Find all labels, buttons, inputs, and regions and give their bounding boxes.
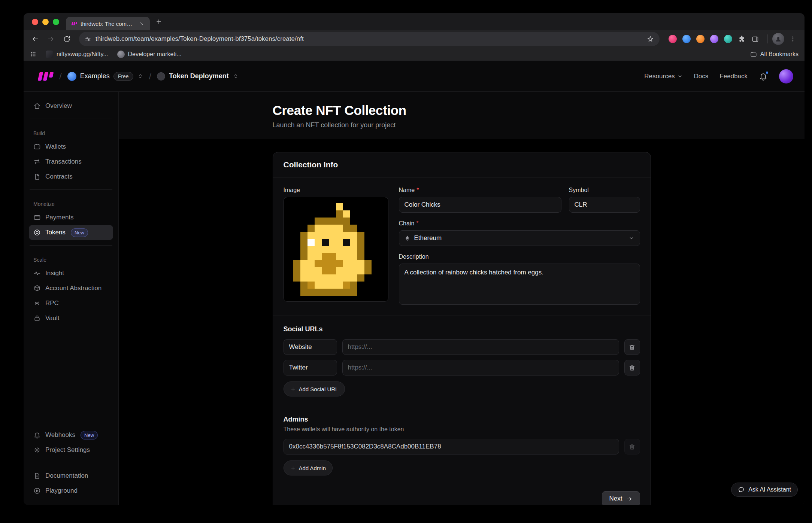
address-bar[interactable]: thirdweb.com/team/examples/Token-Deploym…	[79, 32, 660, 46]
social-url-input[interactable]	[342, 339, 619, 355]
sidebar-item-label: Account Abstraction	[45, 285, 102, 292]
account-avatar[interactable]	[779, 69, 793, 83]
name-input[interactable]	[399, 197, 561, 213]
tab-title: thirdweb: The complete web3...	[81, 21, 134, 27]
ask-ai-assistant-label: Ask AI Assistant	[748, 486, 791, 493]
social-urls-section: Social URLs	[273, 316, 651, 406]
credit-card-icon	[33, 214, 41, 221]
resources-menu[interactable]: Resources	[644, 73, 682, 80]
notification-dot	[765, 71, 769, 75]
bookmark-label: niftyswap.gg/Nifty...	[57, 51, 108, 58]
plan-badge: Free	[113, 72, 133, 81]
browser-profile-avatar[interactable]	[772, 33, 784, 45]
image-label: Image	[284, 187, 300, 194]
sidebar-item-wallets[interactable]: Wallets	[29, 139, 113, 154]
extension-icon[interactable]	[682, 35, 691, 43]
thirdweb-logo[interactable]	[35, 71, 54, 82]
sidebar-item-insight[interactable]: Insight	[29, 266, 113, 281]
extension-icon[interactable]	[724, 35, 732, 43]
social-platform-input[interactable]	[284, 339, 337, 355]
extension-icon[interactable]	[696, 35, 705, 43]
extension-icon[interactable]	[669, 35, 677, 43]
trash-icon	[628, 364, 636, 371]
next-button[interactable]: Next	[602, 491, 640, 505]
ethereum-icon	[405, 235, 410, 241]
sidebar-item-account-abstraction[interactable]: Account Abstraction	[29, 281, 113, 296]
docs-link[interactable]: Docs	[694, 73, 709, 80]
symbol-input[interactable]	[569, 197, 640, 213]
delete-social-url-button[interactable]	[624, 360, 640, 375]
new-tab-button[interactable]	[152, 15, 166, 28]
side-panel-icon[interactable]	[751, 35, 759, 43]
minimize-window-button[interactable]	[42, 19, 49, 25]
add-admin-button[interactable]: Add Admin	[284, 460, 333, 475]
project-switcher[interactable]: Token Deployment	[157, 72, 239, 80]
forward-button[interactable]	[44, 32, 58, 46]
sidebar-item-tokens[interactable]: Tokens New	[29, 225, 113, 240]
traffic-lights	[32, 19, 59, 25]
admin-address-input[interactable]	[284, 439, 619, 454]
card-title: Collection Info	[273, 152, 651, 177]
token-coin-icon	[33, 229, 41, 236]
image-upload-box[interactable]	[284, 197, 388, 302]
feedback-link[interactable]: Feedback	[719, 73, 748, 80]
social-urls-title: Social URLs	[284, 325, 640, 333]
document-icon	[33, 472, 41, 480]
sidebar-item-label: Documentation	[45, 472, 88, 480]
browser-tab[interactable]: thirdweb: The complete web3...	[66, 17, 150, 30]
site-controls-icon[interactable]	[84, 36, 91, 43]
extensions-puzzle-icon[interactable]	[738, 35, 746, 43]
sidebar-item-overview[interactable]: Overview	[29, 98, 113, 113]
sidebar-item-rpc[interactable]: RPC	[29, 296, 113, 311]
sidebar-item-payments[interactable]: Payments	[29, 210, 113, 225]
sidebar-item-vault[interactable]: Vault	[29, 311, 113, 326]
extension-icon[interactable]	[710, 35, 718, 43]
tab-close-icon[interactable]	[138, 20, 145, 27]
bookmark-star-icon[interactable]	[646, 35, 654, 43]
back-button[interactable]	[28, 32, 42, 46]
sidebar-item-contracts[interactable]: Contracts	[29, 169, 113, 184]
lock-icon	[33, 314, 41, 322]
ask-ai-assistant-button[interactable]: Ask AI Assistant	[731, 483, 798, 497]
sidebar-item-project-settings[interactable]: Project Settings	[29, 443, 113, 457]
card-footer: Next	[273, 485, 651, 505]
add-social-url-button[interactable]: Add Social URL	[284, 381, 345, 396]
bookmark-item[interactable]: niftyswap.gg/Nifty...	[46, 51, 108, 58]
reload-button[interactable]	[60, 32, 74, 46]
sidebar: Overview Build Wallets Transactions Cont…	[24, 92, 119, 505]
bookmark-label: Developer marketi...	[128, 51, 182, 58]
page-subtitle: Launch an NFT collection for your projec…	[273, 121, 651, 129]
notifications-button[interactable]	[759, 72, 768, 81]
chevron-down-icon	[677, 73, 683, 79]
page-title: Create NFT Collection	[273, 103, 651, 118]
zoom-window-button[interactable]	[53, 19, 59, 25]
close-window-button[interactable]	[32, 19, 38, 25]
arrow-right-icon	[626, 496, 633, 502]
sidebar-item-documentation[interactable]: Documentation	[29, 468, 113, 483]
delete-admin-button[interactable]	[624, 439, 640, 454]
admins-section: Admins These wallets will have authority…	[273, 406, 651, 485]
collection-info-card: Collection Info Image	[273, 152, 651, 505]
social-url-row	[284, 339, 640, 355]
sidebar-item-webhooks[interactable]: Webhooks New	[29, 428, 113, 443]
social-platform-input[interactable]	[284, 360, 337, 375]
social-url-input[interactable]	[342, 360, 619, 375]
project-avatar	[157, 72, 165, 80]
cube-icon	[33, 285, 41, 292]
sidebar-item-label: Contracts	[45, 173, 73, 180]
page-header: Create NFT Collection Launch an NFT coll…	[119, 92, 805, 139]
sidebar-divider	[30, 463, 112, 463]
description-textarea[interactable]: A collection of rainbow chicks hatched f…	[399, 264, 640, 305]
team-switcher[interactable]: Examples Free	[67, 72, 143, 81]
browser-menu-icon[interactable]	[786, 32, 800, 46]
sidebar-item-playground[interactable]: Playground	[29, 483, 113, 498]
bookmark-favicon	[46, 51, 53, 58]
admins-subtitle: These wallets will have authority on the…	[284, 426, 640, 433]
delete-social-url-button[interactable]	[624, 339, 640, 355]
apps-grid-icon[interactable]	[30, 51, 37, 58]
chain-select[interactable]: Ethereum	[399, 230, 640, 246]
sidebar-item-transactions[interactable]: Transactions	[29, 154, 113, 169]
all-bookmarks-button[interactable]: All Bookmarks	[750, 51, 799, 58]
toolbar-divider	[767, 34, 768, 43]
bookmark-item[interactable]: Developer marketi...	[117, 51, 182, 58]
